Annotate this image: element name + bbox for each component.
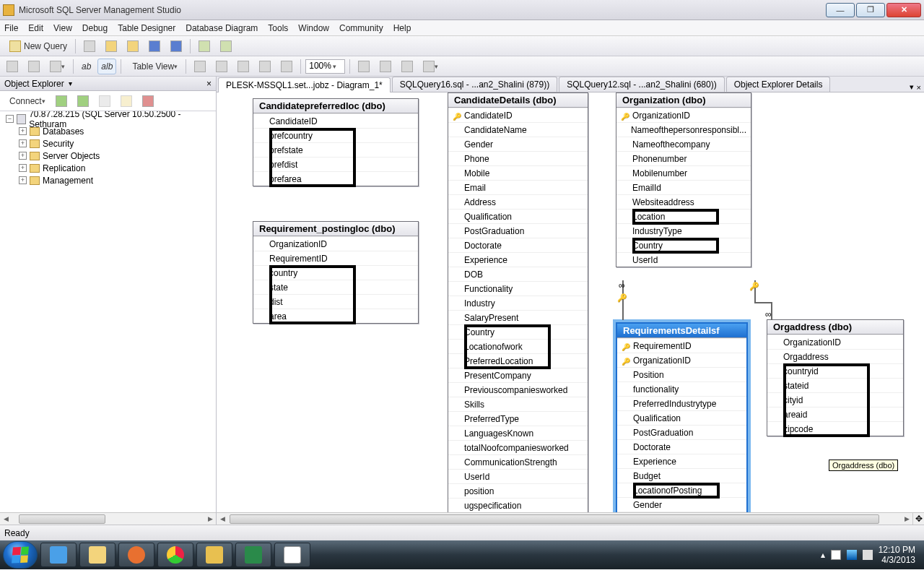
table-header[interactable]: Requirement_postingloc (dbo) <box>253 222 418 236</box>
table-view-button[interactable]: Table View <box>126 59 181 74</box>
column-row[interactable]: area <box>253 309 418 323</box>
column-row[interactable]: Location <box>616 209 751 223</box>
table-header[interactable]: Candidatepreferredloc (dbo) <box>253 99 418 113</box>
taskbar-excel[interactable] <box>235 543 271 567</box>
column-row[interactable]: Doctorate <box>617 439 746 454</box>
indexes-icon[interactable] <box>277 59 296 74</box>
stop-icon[interactable] <box>95 93 114 109</box>
menu-debug[interactable]: Debug <box>82 23 108 33</box>
column-row[interactable]: areaid <box>767 407 903 421</box>
tab-close-icon[interactable]: × <box>917 83 921 92</box>
column-row[interactable]: position <box>448 483 588 498</box>
column-row[interactable]: Country <box>448 324 588 339</box>
column-row[interactable]: Websiteaddress <box>616 194 751 209</box>
column-row[interactable]: Experience <box>448 252 588 267</box>
add-table-icon[interactable] <box>234 59 253 74</box>
expand-icon[interactable]: + <box>19 139 27 147</box>
column-row[interactable]: CandidateID <box>253 113 418 128</box>
column-row[interactable]: UserId <box>616 252 751 267</box>
column-row[interactable]: Budget <box>617 468 746 483</box>
open-file-icon[interactable] <box>102 38 121 54</box>
tree-folder-security[interactable]: +Security <box>3 137 213 150</box>
column-row[interactable]: Qualification <box>617 410 746 425</box>
connect-button[interactable]: Connect <box>3 93 49 109</box>
menu-view[interactable]: View <box>53 23 72 33</box>
table-candidatedetails[interactable]: CandidateDetails (dbo) CandidateIDCandid… <box>448 92 588 512</box>
table-requirementsdetails[interactable]: RequirementsDetailsf RequirementIDOrgani… <box>616 322 748 512</box>
object-tree[interactable]: − 70.87.28.215 (SQL Server 10.50.2500 - … <box>0 111 216 512</box>
expand-icon[interactable]: + <box>19 176 27 184</box>
start-button[interactable] <box>3 541 38 569</box>
column-row[interactable]: OrganizationID <box>617 353 746 367</box>
filter-icon[interactable] <box>117 93 136 109</box>
maximize-button[interactable] <box>856 3 885 17</box>
new-project-icon[interactable] <box>80 38 99 54</box>
tab-menu-icon[interactable]: ▾ <box>910 82 914 92</box>
table-header[interactable]: CandidateDetails (dbo) <box>448 93 588 108</box>
new-table-icon[interactable] <box>212 59 231 74</box>
menu-table-designer[interactable]: Table Designer <box>118 23 175 33</box>
refresh-icon[interactable] <box>139 93 157 109</box>
tab-object-explorer-details[interactable]: Object Explorer Details <box>726 77 831 92</box>
expand-icon[interactable]: + <box>19 152 27 160</box>
column-row[interactable]: Nameofthecompany <box>616 137 751 151</box>
diagram-tool-1-icon[interactable] <box>3 59 22 74</box>
column-row[interactable]: Gender <box>617 497 746 512</box>
activity-monitor-icon[interactable] <box>195 38 214 54</box>
column-row[interactable]: RequirementID <box>253 251 418 265</box>
column-row[interactable]: Mobile <box>448 165 588 180</box>
clock[interactable]: 12:10 PM 4/3/2013 <box>879 545 915 566</box>
column-row[interactable]: Skills <box>448 397 588 411</box>
tab-sqlquery12[interactable]: SQLQuery12.sql - ...an2_Shalini (680)) <box>559 77 724 92</box>
column-row[interactable]: PostGraduation <box>617 425 746 439</box>
column-row[interactable]: Address <box>448 194 588 209</box>
tab-sqlquery16[interactable]: SQLQuery16.sql - ...an2_Shalini (879)) <box>392 77 557 92</box>
diagram-scrollbar-h[interactable]: ◀▶ ✥ <box>217 512 924 525</box>
taskbar-firefox[interactable] <box>118 543 154 567</box>
menu-help[interactable]: Help <box>393 23 411 33</box>
column-row[interactable]: Email <box>448 180 588 194</box>
column-row[interactable]: stateid <box>767 378 903 392</box>
column-row[interactable]: RequirementID <box>617 338 746 353</box>
column-row[interactable]: Industry <box>448 296 588 310</box>
table-header[interactable]: RequirementsDetailsf <box>617 324 746 338</box>
arrange-2-icon[interactable] <box>376 59 395 74</box>
menu-window[interactable]: Window <box>298 23 329 33</box>
taskbar-chrome[interactable] <box>157 543 193 567</box>
taskbar-ssms[interactable] <box>196 543 232 567</box>
diagram-surface[interactable]: Candidatepreferredloc (dbo) CandidateIDp… <box>217 92 924 512</box>
arrange-1-icon[interactable] <box>354 59 373 74</box>
column-row[interactable]: Phone <box>448 151 588 165</box>
column-row[interactable]: Orgaddress <box>767 349 903 363</box>
generate-script-icon[interactable] <box>256 59 274 74</box>
column-row[interactable]: ugspecification <box>448 498 588 512</box>
column-row[interactable]: Country <box>616 238 751 252</box>
registered-servers-icon[interactable] <box>217 38 235 54</box>
column-row[interactable]: PreferredIndustrytype <box>617 396 746 410</box>
table-header[interactable]: Orgaddress (dbo) <box>767 320 903 335</box>
column-row[interactable]: zipcode <box>767 421 903 436</box>
column-row[interactable]: SalaryPresent <box>448 310 588 324</box>
network-icon[interactable] <box>847 550 857 560</box>
column-row[interactable]: Doctorate <box>448 238 588 252</box>
column-row[interactable]: DOB <box>448 267 588 281</box>
column-row[interactable]: Phonenumber <box>616 151 751 165</box>
column-row[interactable]: functionality <box>617 381 746 396</box>
expand-icon[interactable]: + <box>19 127 27 135</box>
action-center-icon[interactable] <box>831 550 841 560</box>
save-all-icon[interactable] <box>167 38 186 54</box>
column-row[interactable]: PresentCompany <box>448 368 588 382</box>
pan-icon[interactable]: ✥ <box>912 513 924 525</box>
column-row[interactable]: CandidateName <box>448 122 588 137</box>
menu-community[interactable]: Community <box>339 23 383 33</box>
collapse-icon[interactable]: − <box>6 115 14 123</box>
expand-icon[interactable]: + <box>19 164 27 172</box>
connect-icon-1[interactable] <box>52 93 71 109</box>
table-requirementpostingloc[interactable]: Requirement_postingloc (dbo) Organizatio… <box>253 221 419 324</box>
column-row[interactable]: Nameofthepersonresponsibl... <box>616 122 751 137</box>
diagram-tool-3-icon[interactable] <box>46 59 69 74</box>
column-row[interactable]: state <box>253 280 418 294</box>
tab-diagram[interactable]: PLESK-MSSQL1.set...jobz - Diagram_1* <box>218 77 391 92</box>
column-row[interactable]: OrganizationID <box>253 236 418 251</box>
panel-close-icon[interactable]: × <box>206 79 212 89</box>
